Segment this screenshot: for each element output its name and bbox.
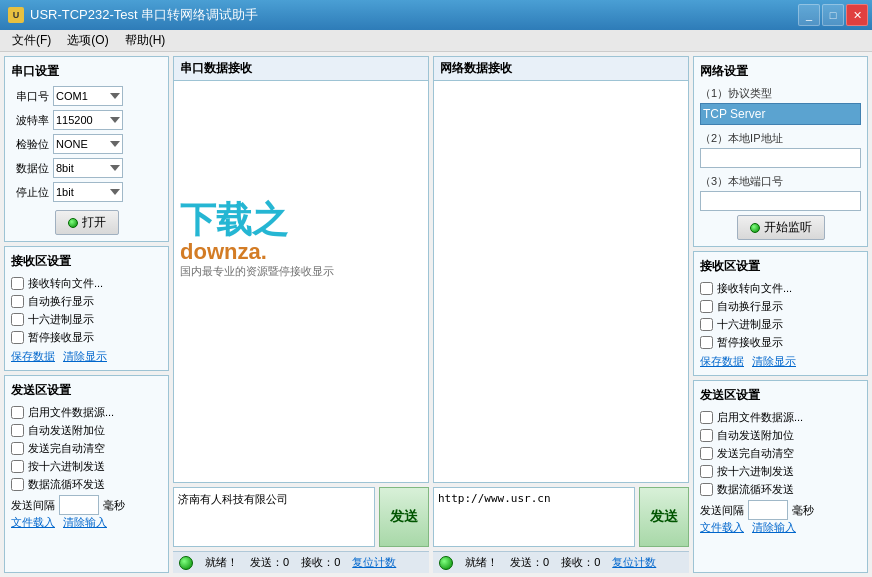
right-recv-links: 保存数据 清除显示 [700, 354, 861, 369]
left-send-opt-3: 按十六进制发送 [11, 459, 162, 474]
right-send-checkbox-3[interactable] [700, 465, 713, 478]
right-send-opt-1: 自动发送附加位 [700, 428, 861, 443]
port-label: 串口号 [11, 89, 49, 104]
left-interval-row: 发送间隔 1000 毫秒 [11, 495, 162, 515]
serial-send-box: 济南有人科技有限公司 [173, 487, 375, 547]
right-recv-opt-2: 十六进制显示 [700, 317, 861, 332]
right-send-checkbox-0[interactable] [700, 411, 713, 424]
close-button[interactable]: ✕ [846, 4, 868, 26]
menu-options[interactable]: 选项(O) [59, 30, 116, 51]
right-send-checkbox-2[interactable] [700, 447, 713, 460]
open-serial-button[interactable]: 打开 [55, 210, 119, 235]
right-file-load-link[interactable]: 文件载入 [700, 520, 744, 535]
right-recv-checkbox-3[interactable] [700, 336, 713, 349]
serial-reset-counter[interactable]: 复位计数 [352, 555, 396, 570]
data-row: 数据位 8bit [11, 158, 162, 178]
data-select[interactable]: 8bit [53, 158, 123, 178]
left-recv-opt-2: 十六进制显示 [11, 312, 162, 327]
menu-help[interactable]: 帮助(H) [117, 30, 174, 51]
middle-top: 串口数据接收 网络数据接收 [173, 56, 689, 483]
left-send-checkbox-4[interactable] [11, 478, 24, 491]
left-recv-opt-0: 接收转向文件... [11, 276, 162, 291]
net-port-input[interactable]: 8951 [700, 191, 861, 211]
middle-area: 串口数据接收 网络数据接收 济南有人科技有限公司 发送 [173, 56, 689, 573]
left-file-clear-link[interactable]: 清除输入 [63, 515, 107, 530]
serial-send-input[interactable]: 济南有人科技有限公司 [174, 488, 374, 546]
net-settings-box: 网络设置 （1）协议类型 TCP Server （2）本地IP地址 192.16… [693, 56, 868, 247]
net-settings-title: 网络设置 [700, 63, 861, 80]
window-title: USR-TCP232-Test 串口转网络调试助手 [30, 6, 258, 24]
left-send-checkbox-3[interactable] [11, 460, 24, 473]
left-file-row: 文件载入 清除输入 [11, 515, 162, 530]
left-interval-input[interactable]: 1000 [59, 495, 99, 515]
right-clear-display-link[interactable]: 清除显示 [752, 354, 796, 369]
left-send-checkbox-2[interactable] [11, 442, 24, 455]
stop-label: 停止位 [11, 185, 49, 200]
left-clear-display-link[interactable]: 清除显示 [63, 349, 107, 364]
right-recv-opt-3: 暂停接收显示 [700, 335, 861, 350]
right-send-checkbox-4[interactable] [700, 483, 713, 496]
left-recv-checkbox-0[interactable] [11, 277, 24, 290]
left-send-settings-box: 发送区设置 启用文件数据源... 自动发送附加位 发送完自动清空 按十六进制发送 [4, 375, 169, 573]
right-recv-opt-0: 接收转向文件... [700, 281, 861, 296]
port-row: 串口号 COM1 [11, 86, 162, 106]
right-send-checkbox-1[interactable] [700, 429, 713, 442]
right-file-clear-link[interactable]: 清除输入 [752, 520, 796, 535]
menu-bar: 文件(F) 选项(O) 帮助(H) [0, 30, 872, 52]
right-send-title: 发送区设置 [700, 387, 861, 404]
right-send-opt-4: 数据流循环发送 [700, 482, 861, 497]
maximize-button[interactable]: □ [822, 4, 844, 26]
protocol-select[interactable]: TCP Server [700, 103, 861, 125]
right-send-settings-box: 发送区设置 启用文件数据源... 自动发送附加位 发送完自动清空 按十六进制发送 [693, 380, 868, 573]
window-controls: _ □ ✕ [798, 4, 868, 26]
monitor-button[interactable]: 开始监听 [737, 215, 825, 240]
right-recv-opt-1: 自动换行显示 [700, 299, 861, 314]
right-recv-title: 接收区设置 [700, 258, 861, 275]
left-send-checkbox-0[interactable] [11, 406, 24, 419]
left-recv-links: 保存数据 清除显示 [11, 349, 162, 364]
net-send-input[interactable]: http://www.usr.cn [434, 488, 634, 546]
baud-label: 波特率 [11, 113, 49, 128]
left-send-title: 发送区设置 [11, 382, 162, 399]
port-select[interactable]: COM1 [53, 86, 123, 106]
right-recv-checkbox-1[interactable] [700, 300, 713, 313]
net-send-button[interactable]: 发送 [639, 487, 689, 547]
left-recv-title: 接收区设置 [11, 253, 162, 270]
right-interval-input[interactable]: 1000 [748, 500, 788, 520]
menu-file[interactable]: 文件(F) [4, 30, 59, 51]
check-select[interactable]: NONE [53, 134, 123, 154]
serial-send-button[interactable]: 发送 [379, 487, 429, 547]
minimize-button[interactable]: _ [798, 4, 820, 26]
left-recv-checkbox-3[interactable] [11, 331, 24, 344]
ip-input[interactable]: 192.168.1.145 [700, 148, 861, 168]
status-bars: 就绪！ 发送：0 接收：0 复位计数 就绪！ 发送：0 接收：0 复位计数 [173, 551, 689, 573]
left-recv-opt-1: 自动换行显示 [11, 294, 162, 309]
serial-led [68, 218, 78, 228]
baud-row: 波特率 115200 [11, 110, 162, 130]
baud-select[interactable]: 115200 [53, 110, 123, 130]
net-recv-title: 网络数据接收 [434, 57, 688, 81]
stop-select[interactable]: 1bit [53, 182, 123, 202]
right-recv-checkbox-2[interactable] [700, 318, 713, 331]
check-row: 检验位 NONE [11, 134, 162, 154]
serial-recv-box: 串口数据接收 [173, 56, 429, 483]
net-reset-counter[interactable]: 复位计数 [612, 555, 656, 570]
left-file-load-link[interactable]: 文件载入 [11, 515, 55, 530]
right-save-data-link[interactable]: 保存数据 [700, 354, 744, 369]
left-panel: 串口设置 串口号 COM1 波特率 115200 检验位 NONE [4, 56, 169, 573]
right-file-row: 文件载入 清除输入 [700, 520, 861, 535]
ip-label: （2）本地IP地址 [700, 131, 861, 146]
protocol-label: （1）协议类型 [700, 86, 861, 101]
left-recv-checkbox-1[interactable] [11, 295, 24, 308]
main-content: 串口设置 串口号 COM1 波特率 115200 检验位 NONE [0, 52, 872, 577]
serial-status-bar: 就绪！ 发送：0 接收：0 复位计数 [173, 551, 429, 573]
left-send-checkbox-1[interactable] [11, 424, 24, 437]
left-save-data-link[interactable]: 保存数据 [11, 349, 55, 364]
serial-status-led [179, 556, 193, 570]
serial-settings-box: 串口设置 串口号 COM1 波特率 115200 检验位 NONE [4, 56, 169, 242]
right-recv-settings-box: 接收区设置 接收转向文件... 自动换行显示 十六进制显示 暂停接收显示 [693, 251, 868, 376]
port-label: （3）本地端口号 [700, 174, 861, 189]
left-recv-checkbox-2[interactable] [11, 313, 24, 326]
left-send-opt-1: 自动发送附加位 [11, 423, 162, 438]
right-recv-checkbox-0[interactable] [700, 282, 713, 295]
